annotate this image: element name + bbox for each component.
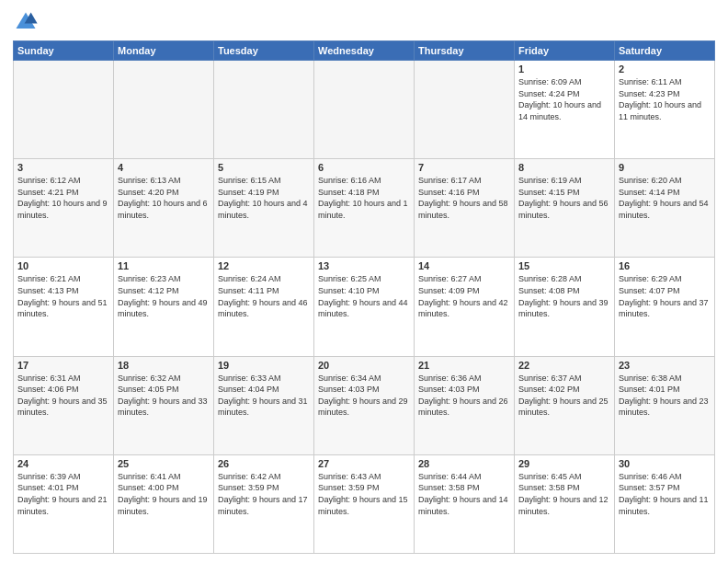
- calendar-cell: 6Sunrise: 6:16 AM Sunset: 4:18 PM Daylig…: [314, 159, 415, 258]
- day-number: 21: [418, 360, 510, 371]
- day-info: Sunrise: 6:20 AM Sunset: 4:14 PM Dayligh…: [619, 175, 711, 221]
- day-number: 5: [218, 162, 310, 173]
- day-info: Sunrise: 6:16 AM Sunset: 4:18 PM Dayligh…: [318, 175, 410, 221]
- calendar-cell: 25Sunrise: 6:41 AM Sunset: 4:00 PM Dayli…: [114, 454, 214, 553]
- day-number: 4: [118, 162, 210, 173]
- calendar-cell: 9Sunrise: 6:20 AM Sunset: 4:14 PM Daylig…: [615, 159, 715, 258]
- day-number: 9: [619, 162, 711, 173]
- calendar-cell: 13Sunrise: 6:25 AM Sunset: 4:10 PM Dayli…: [314, 258, 415, 356]
- day-info: Sunrise: 6:13 AM Sunset: 4:20 PM Dayligh…: [118, 175, 210, 221]
- calendar-cell: 5Sunrise: 6:15 AM Sunset: 4:19 PM Daylig…: [214, 159, 314, 258]
- day-number: 14: [418, 260, 510, 271]
- day-info: Sunrise: 6:12 AM Sunset: 4:21 PM Dayligh…: [17, 175, 109, 221]
- calendar-cell: 27Sunrise: 6:43 AM Sunset: 3:59 PM Dayli…: [314, 454, 415, 553]
- logo-icon: [13, 9, 39, 35]
- day-number: 25: [118, 458, 210, 469]
- calendar-cell: 14Sunrise: 6:27 AM Sunset: 4:09 PM Dayli…: [415, 258, 515, 356]
- calendar-cell: [415, 61, 515, 159]
- calendar-header-saturday: Saturday: [615, 41, 715, 61]
- day-info: Sunrise: 6:17 AM Sunset: 4:16 PM Dayligh…: [418, 175, 510, 221]
- calendar-cell: 24Sunrise: 6:39 AM Sunset: 4:01 PM Dayli…: [14, 454, 114, 553]
- calendar-cell: 8Sunrise: 6:19 AM Sunset: 4:15 PM Daylig…: [515, 159, 615, 258]
- day-info: Sunrise: 6:11 AM Sunset: 4:23 PM Dayligh…: [619, 76, 711, 122]
- day-info: Sunrise: 6:24 AM Sunset: 4:11 PM Dayligh…: [218, 273, 310, 319]
- day-info: Sunrise: 6:42 AM Sunset: 3:59 PM Dayligh…: [218, 471, 310, 517]
- calendar-week-row: 3Sunrise: 6:12 AM Sunset: 4:21 PM Daylig…: [14, 159, 715, 258]
- day-info: Sunrise: 6:19 AM Sunset: 4:15 PM Dayligh…: [518, 175, 610, 221]
- day-number: 19: [218, 360, 310, 371]
- calendar-cell: 4Sunrise: 6:13 AM Sunset: 4:20 PM Daylig…: [114, 159, 214, 258]
- calendar-cell: 16Sunrise: 6:29 AM Sunset: 4:07 PM Dayli…: [615, 258, 715, 356]
- calendar-cell: 21Sunrise: 6:36 AM Sunset: 4:03 PM Dayli…: [415, 356, 515, 454]
- day-number: 11: [118, 260, 210, 271]
- day-number: 12: [218, 260, 310, 271]
- day-info: Sunrise: 6:44 AM Sunset: 3:58 PM Dayligh…: [418, 471, 510, 517]
- calendar-cell: [14, 61, 114, 159]
- calendar-cell: 10Sunrise: 6:21 AM Sunset: 4:13 PM Dayli…: [14, 258, 114, 356]
- day-info: Sunrise: 6:46 AM Sunset: 3:57 PM Dayligh…: [619, 471, 711, 517]
- day-number: 24: [17, 458, 109, 469]
- calendar-cell: 30Sunrise: 6:46 AM Sunset: 3:57 PM Dayli…: [615, 454, 715, 553]
- calendar-cell: [114, 61, 214, 159]
- day-number: 15: [518, 260, 610, 271]
- calendar-cell: 29Sunrise: 6:45 AM Sunset: 3:58 PM Dayli…: [515, 454, 615, 553]
- day-number: 13: [318, 260, 410, 271]
- calendar-cell: [214, 61, 314, 159]
- calendar-week-row: 1Sunrise: 6:09 AM Sunset: 4:24 PM Daylig…: [14, 61, 715, 159]
- page: SundayMondayTuesdayWednesdayThursdayFrid…: [0, 0, 728, 563]
- calendar-cell: 12Sunrise: 6:24 AM Sunset: 4:11 PM Dayli…: [214, 258, 314, 356]
- calendar-header-friday: Friday: [515, 41, 615, 61]
- day-number: 7: [418, 162, 510, 173]
- day-number: 16: [619, 260, 711, 271]
- day-info: Sunrise: 6:25 AM Sunset: 4:10 PM Dayligh…: [318, 273, 410, 319]
- calendar-cell: 20Sunrise: 6:34 AM Sunset: 4:03 PM Dayli…: [314, 356, 415, 454]
- calendar-header-wednesday: Wednesday: [314, 41, 415, 61]
- day-info: Sunrise: 6:39 AM Sunset: 4:01 PM Dayligh…: [17, 471, 109, 517]
- calendar-week-row: 10Sunrise: 6:21 AM Sunset: 4:13 PM Dayli…: [14, 258, 715, 356]
- day-number: 1: [518, 63, 610, 75]
- calendar-cell: 7Sunrise: 6:17 AM Sunset: 4:16 PM Daylig…: [415, 159, 515, 258]
- day-number: 3: [17, 162, 109, 173]
- day-number: 27: [318, 458, 410, 469]
- calendar-cell: [314, 61, 415, 159]
- calendar-header-tuesday: Tuesday: [214, 41, 314, 61]
- day-info: Sunrise: 6:41 AM Sunset: 4:00 PM Dayligh…: [118, 471, 210, 517]
- calendar-week-row: 17Sunrise: 6:31 AM Sunset: 4:06 PM Dayli…: [14, 356, 715, 454]
- day-info: Sunrise: 6:36 AM Sunset: 4:03 PM Dayligh…: [418, 373, 510, 419]
- day-info: Sunrise: 6:15 AM Sunset: 4:19 PM Dayligh…: [218, 175, 310, 221]
- day-number: 8: [518, 162, 610, 173]
- day-info: Sunrise: 6:34 AM Sunset: 4:03 PM Dayligh…: [318, 373, 410, 419]
- day-info: Sunrise: 6:09 AM Sunset: 4:24 PM Dayligh…: [518, 76, 610, 122]
- day-info: Sunrise: 6:29 AM Sunset: 4:07 PM Dayligh…: [619, 273, 711, 319]
- day-number: 28: [418, 458, 510, 469]
- day-info: Sunrise: 6:31 AM Sunset: 4:06 PM Dayligh…: [17, 373, 109, 419]
- day-number: 26: [218, 458, 310, 469]
- day-info: Sunrise: 6:45 AM Sunset: 3:58 PM Dayligh…: [518, 471, 610, 517]
- calendar-cell: 1Sunrise: 6:09 AM Sunset: 4:24 PM Daylig…: [515, 61, 615, 159]
- calendar-cell: 26Sunrise: 6:42 AM Sunset: 3:59 PM Dayli…: [214, 454, 314, 553]
- day-number: 18: [118, 360, 210, 371]
- day-number: 10: [17, 260, 109, 271]
- calendar-cell: 22Sunrise: 6:37 AM Sunset: 4:02 PM Dayli…: [515, 356, 615, 454]
- calendar-cell: 11Sunrise: 6:23 AM Sunset: 4:12 PM Dayli…: [114, 258, 214, 356]
- calendar-week-row: 24Sunrise: 6:39 AM Sunset: 4:01 PM Dayli…: [14, 454, 715, 553]
- calendar-cell: 28Sunrise: 6:44 AM Sunset: 3:58 PM Dayli…: [415, 454, 515, 553]
- calendar-cell: 23Sunrise: 6:38 AM Sunset: 4:01 PM Dayli…: [615, 356, 715, 454]
- calendar-cell: 19Sunrise: 6:33 AM Sunset: 4:04 PM Dayli…: [214, 356, 314, 454]
- day-number: 17: [17, 360, 109, 371]
- day-number: 6: [318, 162, 410, 173]
- day-info: Sunrise: 6:28 AM Sunset: 4:08 PM Dayligh…: [518, 273, 610, 319]
- day-number: 22: [518, 360, 610, 371]
- calendar-cell: 2Sunrise: 6:11 AM Sunset: 4:23 PM Daylig…: [615, 61, 715, 159]
- calendar-table: SundayMondayTuesdayWednesdayThursdayFrid…: [13, 40, 715, 554]
- day-number: 23: [619, 360, 711, 371]
- day-info: Sunrise: 6:23 AM Sunset: 4:12 PM Dayligh…: [118, 273, 210, 319]
- calendar-header-monday: Monday: [114, 41, 214, 61]
- day-info: Sunrise: 6:32 AM Sunset: 4:05 PM Dayligh…: [118, 373, 210, 419]
- calendar-cell: 17Sunrise: 6:31 AM Sunset: 4:06 PM Dayli…: [14, 356, 114, 454]
- calendar-header-thursday: Thursday: [415, 41, 515, 61]
- day-number: 30: [619, 458, 711, 469]
- day-info: Sunrise: 6:27 AM Sunset: 4:09 PM Dayligh…: [418, 273, 510, 319]
- day-number: 20: [318, 360, 410, 371]
- day-info: Sunrise: 6:21 AM Sunset: 4:13 PM Dayligh…: [17, 273, 109, 319]
